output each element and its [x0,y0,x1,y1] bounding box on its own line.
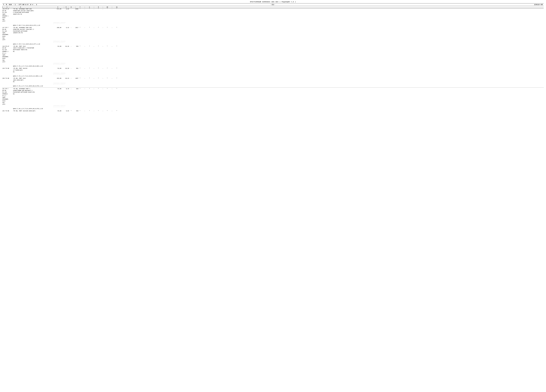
page-container: ПРОГРАММНЫЙ КОМПЛЕКС АВС-ЗЕС ( РЕДАКЦИЯ … [2,1,544,112]
entry-v14: - [109,77,116,79]
entry-main-row: 148 ПР-НТ 06-08 П1-323 ПРИМЕЧ 2 К=1,1 СЦ… [2,45,544,63]
col-7: 7 [79,6,81,8]
col-1-2: 1 : 2 : [2,6,13,8]
price-formula: ЦЕНА:(7,70,1,1+7,73,0,210+0,80,0,084),1,… [13,65,544,67]
entry-v6: 561 [72,68,79,69]
entry-description: =ТО ЖЕ, КРАНОВЫХ ПЛИТ БЕЗ ОТВЕСТИЯ 2КхС1… [13,27,53,34]
entry-main-row: 152 ТО ЖЕ=ТО ЖЕ, ПЛИТ 1КхС188-3А5К(1ШТ)5… [2,110,544,112]
entry-v15: * [116,110,118,112]
entry-v6: 1017 [72,27,79,29]
dash-row: ---------- -------- [53,73,544,74]
entry-v7: * [79,110,81,112]
entry-main-row: 146 ПР-НТ 06-08 П1-322 СЦМ1 ПРИЛОЖ 1 П25… [2,8,544,22]
tn-left: Т. П. 816 - 1 - 177.89 А Л .8 ч . 1 [3,4,271,6]
entry-v7: * [79,68,81,69]
entry-v10: - [91,45,97,47]
entry-v9: * [88,8,91,10]
entry-v6: 529 [72,88,79,90]
tn-right: 23910-09 [275,4,543,6]
entry-v8: - [81,110,88,112]
entry-v14: - [109,8,116,10]
entry-v15: * [116,8,118,10]
entry-v8: - [81,68,88,69]
entry-v11: * [97,45,100,47]
entry-v5: - [70,45,72,47]
entry-v11: * [97,8,100,10]
dash-row-2: - - - - - - - - - [53,64,544,65]
table-row: 149 ТО ЖЕ=ТО ЖЕ, ПЛИТ 1КхС18 4/7=6А5К(1Ш… [2,68,544,77]
table-row: 150 ТО ЖЕ=ТО ЖЕ, ПЛИТ 1КхС 1884-6А5К(3ШТ… [2,77,544,87]
dash-row-2: - - - - - - - - - [53,74,544,75]
dash-row: ---------- -------- [53,41,544,42]
entry-v15: * [116,27,118,29]
entry-main-row: 147 ПР-Т 06-08 П1-323 СЦМ1 ПРИЛОЖМ1 П253… [2,27,544,41]
entry-price: 9,79 [62,88,70,90]
entry-v5: - [70,77,72,79]
dash-row-2: - - - - - - - - - [53,84,544,85]
table-row: 148 ПР-НТ 06-08 П1-323 ПРИМЕЧ 2 К=1,1 СЦ… [2,45,544,67]
price-formula: ЦЕНА:(7,30+7,73,0,181+0,80,0,072),1,02 [13,25,544,26]
entry-quantity: 54,00 [53,45,62,47]
entry-v8: - [81,45,88,47]
entry-v8: - [81,88,88,90]
col-sep5: : [109,6,116,8]
entry-price: 10,38 [62,68,70,69]
table-row: 146 ПР-НТ 06-08 П1-322 СЦМ1 ПРИЛОЖ 1 П25… [2,8,544,26]
entry-v6: 1657 [72,77,79,79]
dash-row: ---------- -------- [53,83,544,84]
entry-v11: * [97,77,100,79]
entry-v13: * [106,68,109,69]
price-formula: ЦЕНА:(7,30,1,1+7,73,0,195+0,80,0,078),1,… [13,108,544,109]
dash-row: ---------- -------- [53,22,544,23]
entry-v5: - [70,88,72,90]
col-10: 10 [106,6,109,8]
dash-row-2: - - - - - - - - - [53,42,544,43]
entry-price: 10,36 [62,45,70,47]
entry-v10: - [91,27,97,29]
entry-quantity: 162,00 [53,77,62,79]
table-row: 151 ПР-Т 06-08 П1-322 ПРИМЕЧ2 К=1,1 СЦМ1… [2,87,544,109]
entry-v14: - [109,27,116,29]
entry-v10: - [91,68,97,69]
col-9: 9 [97,6,100,8]
entry-v13: * [106,77,109,79]
tn-center: -21- [271,4,275,6]
entry-v10: - [91,77,97,79]
col-sep3: : [91,6,97,8]
entry-v12: - [100,27,106,29]
entry-v10: - [91,8,97,10]
entry-v13: * [106,45,109,47]
entry-v14: - [109,110,116,112]
entry-quantity: 54,00 [53,68,62,69]
entry-price: 8,93 [62,8,70,10]
entry-quantity: 54,00 [53,110,62,112]
entry-v8: - [81,27,88,29]
entry-price: 9,42 [62,27,70,29]
entry-description: =ТО ЖЕ, КРАНОВЫХ ПЛИТ БЕЗ ОТВЕРСТИЙ 1КхС… [13,8,53,15]
entry-v12: - [100,110,106,112]
entry-main-row: 150 ТО ЖЕ=ТО ЖЕ, ПЛИТ 1КхС 1884-6А5К(3ШТ… [2,77,544,83]
entry-quantity: 108,00 [53,27,62,29]
entry-v12: - [100,68,106,69]
entry-price: 9,63 [62,110,70,112]
dash-row-2: - - - - - - - - - [53,107,544,108]
price-formula: ЦЕНА:(7,70,1,1+7,73,0,212+0,8,0,085),1,0… [13,76,544,77]
entry-v11: * [97,88,100,90]
entry-v14: - [109,68,116,69]
col-3: 3 [13,6,53,8]
entry-quantity: 54,00 [53,88,62,90]
entry-v15: * [116,45,118,47]
entry-number: 146 ПР-НТ 06-08 П1-322 СЦМ1 ПРИЛОЖ 1 П25… [2,8,13,22]
col-sep4: : [100,6,106,8]
col-4: 4 [53,6,62,8]
entry-v6: 8680 [72,8,79,10]
entry-v7: * [79,27,81,29]
price-formula: ЦЕНА:(7,70+7,73,0,192+0,80,0,077),1,02 [13,44,544,45]
entry-description: =ТО ЖЕ, ПЛИТ 1КхС18 4/7=6А5К(1ШТ) М2 [13,68,53,73]
entry-v7: * [79,88,81,90]
table-row: 147 ПР-Т 06-08 П1-323 СЦМ1 ПРИЛОЖМ1 П253… [2,27,544,45]
entry-v11: * [97,110,100,112]
entry-v6: 520 [72,110,79,112]
entry-v5: - [70,68,72,69]
col-sep2: : [81,6,88,8]
